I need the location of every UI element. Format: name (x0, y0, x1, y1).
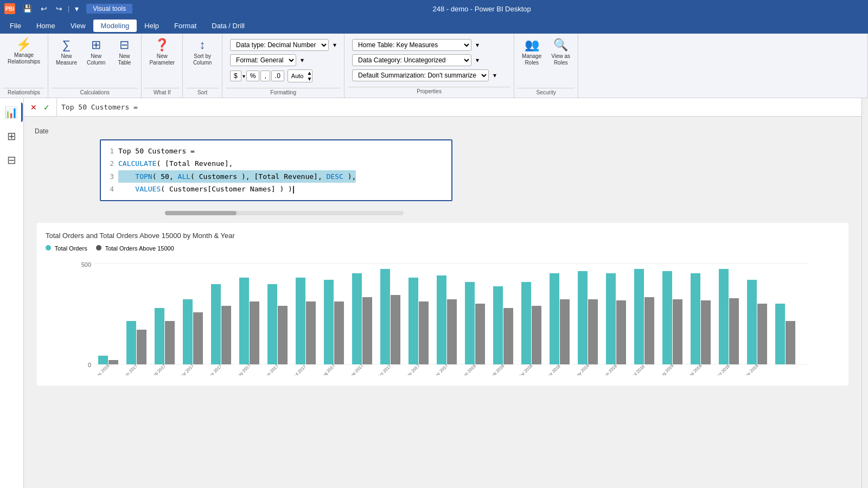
bar-teal-2 (155, 308, 164, 364)
date-label: Date (35, 127, 48, 135)
dropdown-button[interactable]: ▾ (72, 3, 82, 14)
bar-gray-12 (447, 299, 457, 364)
manage-roles-icon: 👥 (525, 38, 539, 52)
ribbon-group-relationships: ⚡ ManageRelationships Relationships (0, 34, 48, 98)
data-type-dropdown-icon[interactable]: ▾ (333, 41, 336, 49)
svg-text:Jul 2017: Jul 2017 (292, 364, 307, 375)
data-category-select[interactable]: Data Category: Uncategorized (352, 54, 471, 66)
menu-help[interactable]: Help (137, 20, 167, 32)
bar-teal-5 (239, 278, 249, 364)
currency-dropdown-icon[interactable]: ▾ (242, 73, 245, 79)
svg-text:Apr 2017: Apr 2017 (207, 363, 224, 375)
app-logo: PBI (4, 3, 15, 14)
sidebar-data-icon[interactable]: ⊞ (4, 126, 20, 146)
menu-format[interactable]: Format (167, 20, 204, 32)
bar-gray-20 (673, 299, 682, 364)
home-table-select[interactable]: Home Table: Key Measures (352, 39, 471, 51)
auto-field: Auto ▲▼ (288, 69, 313, 82)
dax-line-3: 3 TOPN( 50, ALL( Customers ), [Total Rev… (105, 170, 447, 183)
view-as-roles-icon: 🔍 (553, 38, 568, 52)
legend-item-above-15000: Total Orders Above 15000 (96, 245, 174, 252)
svg-text:Mar 2018: Mar 2018 (517, 363, 534, 375)
bar-gray-24 (786, 321, 795, 364)
menu-modeling[interactable]: Modeling (93, 20, 137, 32)
formula-cancel-button[interactable]: ✕ (28, 102, 39, 113)
svg-text:500: 500 (81, 261, 91, 268)
format-select[interactable]: Format: General (230, 54, 296, 66)
dax-editor[interactable]: 1 Top 50 Customers = 2 CALCULATE( [Total… (100, 139, 452, 201)
new-column-icon: ⊞ (91, 38, 101, 52)
default-summarization-select[interactable]: Default Summarization: Don't summarize (352, 69, 489, 81)
svg-text:Nov 2018: Nov 2018 (743, 363, 760, 375)
bar-gray-4 (221, 306, 231, 364)
svg-text:Nov 2017: Nov 2017 (404, 363, 421, 375)
format-dropdown-icon[interactable]: ▾ (301, 56, 304, 64)
manage-relationships-button[interactable]: ⚡ ManageRelationships (3, 36, 44, 67)
new-measure-button[interactable]: ∑ NewMeasure (52, 36, 81, 68)
svg-text:0: 0 (88, 362, 91, 368)
new-column-button[interactable]: ⊞ NewColumn (82, 36, 110, 68)
currency-button[interactable]: $ (230, 70, 241, 81)
bar-teal-19 (634, 269, 644, 364)
home-table-dropdown-icon[interactable]: ▾ (476, 41, 479, 49)
auto-label: Auto (288, 72, 307, 80)
redo-button[interactable]: ↪ (53, 3, 66, 14)
new-table-icon: ⊟ (119, 38, 129, 52)
right-scrollbar[interactable] (861, 98, 868, 488)
decimal-button[interactable]: .0 (271, 70, 284, 81)
undo-button[interactable]: ↩ (37, 3, 50, 14)
bar-teal-13 (465, 282, 475, 364)
dax-line-4: 4 VALUES( Customers[Customer Names] ) ) (105, 183, 447, 195)
new-table-button[interactable]: ⊟ NewTable (111, 36, 138, 68)
bar-gray-22 (729, 298, 739, 364)
summarization-dropdown-icon[interactable]: ▾ (493, 72, 496, 79)
ribbon-group-sort: ↕ Sort byColumn Sort (183, 34, 222, 98)
svg-text:Sep 2017: Sep 2017 (348, 363, 365, 375)
formula-confirm-button[interactable]: ✓ (41, 102, 52, 113)
svg-text:Oct 2017: Oct 2017 (376, 363, 393, 375)
bar-teal-18 (606, 273, 616, 364)
ribbon-group-security: 👥 ManageRoles 🔍 View asRoles Security (514, 34, 578, 98)
menu-data-drill[interactable]: Data / Drill (204, 20, 252, 32)
menu-view[interactable]: View (63, 20, 93, 32)
data-category-dropdown-icon[interactable]: ▾ (476, 56, 479, 64)
bar-teal-11 (409, 278, 418, 364)
ribbon-group-formatting: Data type: Decimal Number ▾ Format: Gene… (222, 34, 344, 98)
ribbon: ⚡ ManageRelationships Relationships ∑ Ne… (0, 34, 868, 98)
data-type-select[interactable]: Data type: Decimal Number (230, 39, 329, 51)
bar-gray-3 (193, 312, 203, 364)
formula-editor[interactable]: Top 50 Customers = (57, 98, 861, 116)
bar-gray-14 (503, 308, 513, 364)
canvas-area: Date 1 Top 50 Customers = 2 CALCULATE( [… (24, 117, 861, 488)
visual-tools-badge: Visual tools (86, 4, 132, 14)
title-bar-actions[interactable]: 💾 ↩ ↪ | ▾ (20, 3, 82, 14)
save-button[interactable]: 💾 (20, 3, 35, 14)
sort-by-column-button[interactable]: ↕ Sort byColumn (186, 36, 219, 68)
svg-text:Dec 2017: Dec 2017 (432, 363, 449, 375)
menu-file[interactable]: File (2, 20, 29, 32)
sidebar-report-icon[interactable]: 📊 (1, 102, 23, 122)
h-scroll-thumb[interactable] (165, 211, 237, 215)
auto-stepper[interactable]: ▲▼ (307, 70, 312, 82)
percent-button[interactable]: % (246, 70, 260, 81)
bar-gray-21 (701, 300, 711, 364)
properties-group-label: Properties (348, 87, 510, 97)
horizontal-scrollbar[interactable] (100, 210, 469, 216)
bar-teal-6 (267, 284, 277, 364)
bar-gray-18 (616, 300, 626, 364)
view-as-roles-button[interactable]: 🔍 View asRoles (547, 36, 575, 68)
new-parameter-button[interactable]: ❓ NewParameter (145, 36, 179, 68)
bar-gray-8 (334, 301, 344, 364)
bar-gray-6 (278, 306, 288, 364)
svg-text:Feb 2017: Feb 2017 (150, 363, 167, 375)
comma-button[interactable]: , (260, 70, 270, 81)
manage-roles-button[interactable]: 👥 ManageRoles (518, 36, 546, 68)
formatting-group-label: Formatting (226, 88, 341, 98)
new-parameter-icon: ❓ (155, 38, 169, 52)
menu-home[interactable]: Home (29, 20, 63, 32)
sidebar-model-icon[interactable]: ⊟ (4, 150, 20, 170)
bar-gray-17 (588, 299, 598, 364)
bar-gray-7 (306, 301, 316, 364)
bar-gray-5 (250, 301, 259, 364)
whatif-group-label: What If (145, 88, 179, 98)
